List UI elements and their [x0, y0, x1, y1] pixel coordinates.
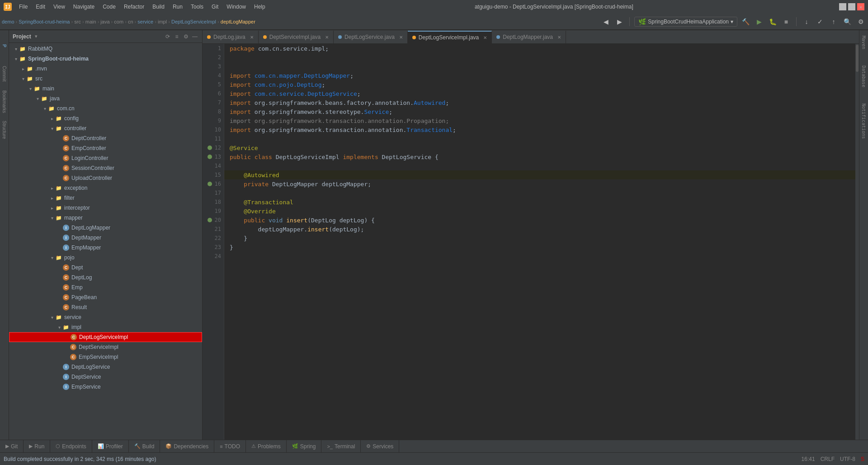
code-line-10[interactable]: import org.springframework.transaction.a…: [224, 125, 855, 134]
bottom-tabs[interactable]: ▶Git▶Run⬡Endpoints📊Profiler🔨Build📦Depend…: [0, 440, 868, 452]
code-line-20[interactable]: public void insert(DeptLog deptLog) {: [224, 216, 855, 225]
tree-item-30[interactable]: CDeptServiceImpl: [9, 342, 202, 352]
cursor-position[interactable]: 16:41: [802, 456, 815, 462]
menu-item-run[interactable]: Run: [169, 3, 186, 11]
bottom-tab-build[interactable]: 🔨Build: [129, 440, 160, 453]
code-line-11[interactable]: [224, 134, 855, 143]
tree-item-3[interactable]: ▾📁src: [9, 74, 202, 84]
tree-item-8[interactable]: ▾📁controller: [9, 123, 202, 133]
tree-item-24[interactable]: CEmp: [9, 282, 202, 292]
code-line-4[interactable]: import com.cn.mapper.DeptLogMapper;: [224, 71, 855, 80]
panel-settings-button[interactable]: ⚙: [182, 33, 189, 40]
tree-item-7[interactable]: ▸📁config: [9, 113, 202, 123]
tab-0[interactable]: DeptLog.java✕: [203, 31, 259, 43]
code-line-1[interactable]: package com.cn.service.impl;: [224, 44, 855, 53]
run-config-selector[interactable]: 🌿 SpringBootCrudHeimaApplication ▾: [634, 17, 737, 27]
tree-item-21[interactable]: ▾📁pojo: [9, 253, 202, 263]
code-line-12[interactable]: @Service: [224, 143, 855, 152]
gutter-icon-12[interactable]: [208, 146, 212, 150]
code-line-19[interactable]: @Override: [224, 207, 855, 216]
tab-1[interactable]: DeptServiceImpl.java✕: [259, 31, 334, 43]
bottom-tab-terminal[interactable]: >_Terminal: [321, 440, 361, 453]
minimize-button[interactable]: ─: [839, 3, 846, 10]
maximize-button[interactable]: □: [848, 3, 855, 10]
tree-item-5[interactable]: ▾📁java: [9, 94, 202, 103]
bottom-tab-endpoints[interactable]: ⬡Endpoints: [50, 440, 92, 453]
code-line-22[interactable]: }: [224, 234, 855, 243]
tree-item-19[interactable]: IDeptMapper: [9, 233, 202, 243]
tree-item-33[interactable]: IDeptService: [9, 372, 202, 382]
tab-close-0[interactable]: ✕: [250, 35, 254, 40]
tree-item-4[interactable]: ▾📁main: [9, 84, 202, 94]
project-tree[interactable]: ▾📁RabbitMQ▾📁SpringBoot-crud-heima▸📁.mvn▾…: [9, 43, 202, 440]
structure-icon[interactable]: Structure: [0, 116, 9, 143]
gutter-icon-13[interactable]: [208, 155, 212, 159]
maven-icon[interactable]: Maven: [860, 32, 867, 53]
panel-minimize-button[interactable]: —: [191, 33, 198, 40]
panel-sync-button[interactable]: ⟳: [164, 33, 171, 40]
gutter-icon-20[interactable]: [208, 218, 212, 222]
editor-tab-bar[interactable]: DeptLog.java✕DeptServiceImpl.java✕DeptLo…: [203, 30, 859, 44]
vertical-scrollbar[interactable]: [855, 44, 859, 440]
line-ending[interactable]: CRLF: [821, 456, 835, 462]
code-line-14[interactable]: [224, 161, 855, 170]
tree-item-34[interactable]: IEmpService: [9, 382, 202, 392]
back-button[interactable]: ◀: [600, 16, 611, 27]
code-line-17[interactable]: [224, 188, 855, 197]
code-line-18[interactable]: @Transactional: [224, 197, 855, 207]
tree-item-6[interactable]: ▾📁com.cn: [9, 103, 202, 113]
menu-item-window[interactable]: Window: [223, 3, 250, 11]
tree-item-12[interactable]: CSessionController: [9, 163, 202, 173]
bottom-tab-problems[interactable]: ⚠Problems: [246, 440, 287, 453]
bottom-tab-todo[interactable]: ≡TODO: [214, 440, 246, 453]
tree-item-11[interactable]: CLoginController: [9, 153, 202, 163]
code-line-3[interactable]: [224, 62, 855, 71]
menu-item-tools[interactable]: Tools: [187, 3, 207, 11]
tab-4[interactable]: DeptLogMapper.java✕: [492, 31, 566, 43]
tree-item-0[interactable]: ▾📁RabbitMQ: [9, 44, 202, 54]
window-controls[interactable]: ─ □ ✕: [839, 3, 864, 10]
code-line-6[interactable]: import com.cn.service.DeptLogService;: [224, 89, 855, 98]
tree-item-13[interactable]: CUploadController: [9, 173, 202, 183]
menu-item-build[interactable]: Build: [149, 3, 168, 11]
tab-3[interactable]: DeptLogServiceImpl.java✕: [408, 31, 492, 43]
bottom-tab-run[interactable]: ▶Run: [24, 440, 50, 453]
tree-item-29[interactable]: CDeptLogServiceImpl: [9, 332, 202, 342]
tree-item-20[interactable]: IEmpMapper: [9, 243, 202, 253]
tree-item-1[interactable]: ▾📁SpringBoot-crud-heima: [9, 54, 202, 64]
git-push-button[interactable]: ↑: [828, 16, 839, 27]
gutter-icon-16[interactable]: [208, 182, 212, 186]
tab-close-1[interactable]: ✕: [325, 35, 329, 40]
tree-item-14[interactable]: ▸📁exception: [9, 183, 202, 193]
tree-item-2[interactable]: ▸📁.mvn: [9, 64, 202, 74]
tab-2[interactable]: DeptLogService.java✕: [334, 31, 408, 43]
bottom-tab-services[interactable]: ⚙Services: [361, 440, 399, 453]
menu-item-edit[interactable]: Edit: [32, 3, 49, 11]
tree-item-32[interactable]: IDeptLogService: [9, 362, 202, 372]
tab-close-2[interactable]: ✕: [399, 35, 403, 40]
tree-item-15[interactable]: ▸📁filter: [9, 193, 202, 203]
tree-item-31[interactable]: CEmpServiceImpl: [9, 352, 202, 362]
file-encoding[interactable]: UTF-8: [840, 456, 855, 462]
tree-item-28[interactable]: ▾📁impl: [9, 322, 202, 332]
project-icon[interactable]: P: [0, 32, 9, 59]
commit-icon[interactable]: Commit: [0, 60, 9, 87]
menu-bar[interactable]: FileEditViewNavigateCodeRefactorBuildRun…: [15, 3, 269, 11]
stop-button[interactable]: ■: [781, 16, 792, 27]
tree-item-22[interactable]: CDept: [9, 263, 202, 272]
tree-item-26[interactable]: CResult: [9, 302, 202, 312]
tree-item-27[interactable]: ▾📁service: [9, 312, 202, 322]
tab-close-3[interactable]: ✕: [483, 35, 487, 40]
code-line-16[interactable]: private DeptLogMapper deptLogMapper;: [224, 179, 855, 188]
code-line-15[interactable]: @Autowired: [224, 170, 855, 179]
menu-item-navigate[interactable]: Navigate: [70, 3, 98, 11]
tree-item-17[interactable]: ▾📁mapper: [9, 213, 202, 223]
code-line-2[interactable]: [224, 53, 855, 62]
git-commit-button[interactable]: ✓: [815, 16, 826, 27]
code-content[interactable]: package com.cn.service.impl; import com.…: [224, 44, 855, 440]
bottom-tab-profiler[interactable]: 📊Profiler: [92, 440, 129, 453]
bottom-tab-dependencies[interactable]: 📦Dependencies: [160, 440, 214, 453]
code-line-8[interactable]: import org.springframework.stereotype.Se…: [224, 107, 855, 116]
code-line-24[interactable]: [224, 252, 855, 261]
menu-item-git[interactable]: Git: [208, 3, 222, 11]
